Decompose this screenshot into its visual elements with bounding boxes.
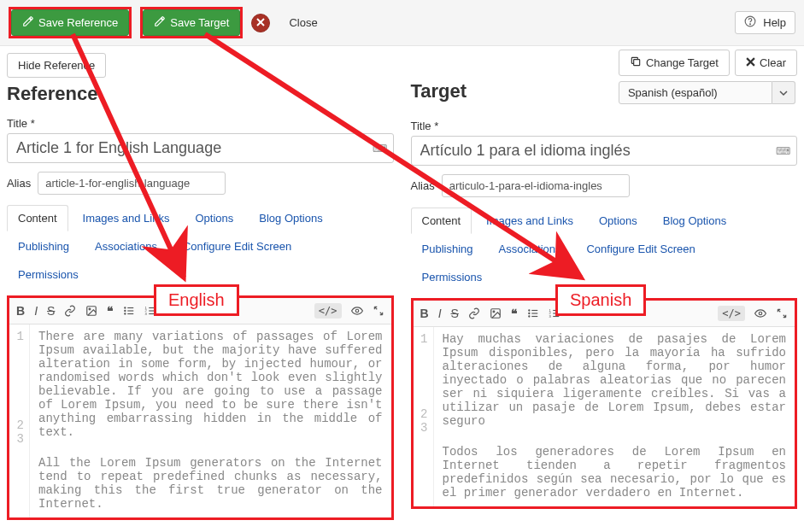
svg-text:3: 3 [549, 314, 551, 319]
target-alias-label: Alias [411, 179, 435, 192]
tab-blog-options[interactable]: Blog Options [652, 208, 737, 234]
editor-paragraph: Todos los generadores de Lorem Ipsum en … [443, 445, 787, 500]
ul-icon[interactable] [123, 305, 135, 317]
target-controls: Change Target Clear Spanish (español) [619, 50, 797, 104]
annotation-box-save-reference: Save Reference [9, 7, 132, 38]
tab-images-links[interactable]: Images and Links [72, 205, 181, 231]
svg-text:3: 3 [145, 312, 148, 316]
save-target-button[interactable]: Save Target [143, 9, 240, 36]
reference-title-input[interactable] [7, 133, 394, 163]
editor-toolbar: B I S ❝ 123 </> [414, 301, 795, 327]
code-view-icon[interactable]: </> [314, 303, 342, 319]
fullscreen-icon[interactable] [373, 305, 384, 317]
reference-heading: Reference [7, 83, 394, 105]
pencil-square-icon [154, 15, 166, 30]
reference-editor: B I S ❝ 123 </> 1 2 3 The [7, 295, 394, 520]
svg-point-3 [750, 24, 751, 25]
tab-images-links[interactable]: Images and Links [475, 208, 584, 234]
fullscreen-icon[interactable] [776, 307, 788, 319]
strike-icon[interactable]: S [47, 304, 55, 318]
top-toolbar: Save Reference Save Target Close Help [0, 0, 804, 46]
quote-icon[interactable]: ❝ [107, 304, 114, 318]
line-gutter: 1 2 3 [414, 327, 434, 506]
help-icon [744, 15, 756, 30]
ol-icon[interactable]: 123 [144, 305, 156, 317]
close-icon [256, 16, 265, 29]
image-icon[interactable] [490, 307, 502, 319]
target-language-value: Spanish (español) [619, 81, 772, 104]
clear-label: Clear [760, 56, 786, 69]
tab-blog-options[interactable]: Blog Options [248, 205, 333, 231]
copy-icon [630, 56, 642, 70]
tab-configure-edit[interactable]: Configure Edit Screen [575, 236, 706, 262]
bold-icon[interactable]: B [420, 307, 429, 320]
tab-content[interactable]: Content [7, 205, 68, 231]
keyboard-icon: ⌨ [373, 143, 387, 155]
save-reference-button[interactable]: Save Reference [11, 9, 129, 36]
tab-publishing[interactable]: Publishing [411, 236, 484, 262]
close-icon-button[interactable] [251, 14, 270, 32]
target-title-label: Title * [411, 120, 798, 132]
editor-paragraph: All the Lorem Ipsum generators on the In… [38, 456, 383, 511]
change-target-label: Change Target [646, 56, 719, 69]
editor-paragraph: Hay muchas variaciones de pasajes de Lor… [443, 332, 787, 428]
italic-icon[interactable]: I [34, 304, 38, 318]
close-label: Close [289, 16, 317, 29]
reference-tabs: Content Images and Links Options Blog Op… [7, 205, 394, 289]
tab-publishing[interactable]: Publishing [7, 233, 80, 260]
bold-icon[interactable]: B [16, 304, 25, 318]
target-title-input[interactable] [411, 136, 798, 166]
reference-alias-input[interactable] [38, 172, 226, 195]
code-view-icon[interactable]: </> [718, 306, 745, 321]
ul-icon[interactable] [527, 307, 539, 319]
link-icon[interactable] [468, 307, 480, 319]
tab-configure-edit[interactable]: Configure Edit Screen [172, 233, 302, 260]
editor-body[interactable]: 1 2 3 There are many variations of passa… [9, 324, 391, 517]
svg-point-5 [89, 308, 91, 310]
target-column: Target Change Target Clear Spanish (espa… [411, 53, 798, 520]
target-language-select[interactable]: Spanish (español) [619, 81, 797, 104]
tab-permissions[interactable]: Permissions [411, 264, 494, 290]
svg-rect-19 [634, 60, 640, 66]
line-gutter: 1 2 3 [9, 324, 30, 517]
svg-point-26 [529, 313, 530, 313]
strike-icon[interactable]: S [451, 307, 459, 320]
reference-column: Hide Reference Reference Title * ⌨ Alias… [7, 53, 394, 520]
target-alias-input[interactable] [442, 174, 630, 197]
svg-point-28 [529, 316, 530, 317]
main-area: Hide Reference Reference Title * ⌨ Alias… [0, 46, 804, 530]
change-target-button[interactable]: Change Target [619, 50, 730, 76]
italic-icon[interactable]: I [438, 307, 442, 320]
tab-permissions[interactable]: Permissions [7, 261, 90, 288]
save-target-label: Save Target [170, 16, 229, 29]
chevron-down-icon[interactable] [772, 81, 795, 104]
close-button[interactable]: Close [279, 11, 327, 34]
svg-point-36 [759, 312, 762, 315]
image-icon[interactable] [85, 305, 97, 317]
tab-options[interactable]: Options [184, 205, 244, 231]
target-editor: B I S ❝ 123 </> 1 2 3 Hay [411, 298, 798, 509]
tab-associations[interactable]: Associations [84, 233, 168, 260]
pencil-square-icon [22, 15, 34, 30]
save-reference-label: Save Reference [38, 16, 118, 29]
svg-point-6 [125, 307, 126, 308]
tab-options[interactable]: Options [588, 208, 648, 234]
tab-content[interactable]: Content [411, 208, 472, 234]
editor-text[interactable]: There are many variations of passages of… [30, 324, 391, 517]
editor-text[interactable]: Hay muchas variaciones de pasajes de Lor… [434, 327, 795, 506]
editor-body[interactable]: 1 2 3 Hay muchas variaciones de pasajes … [414, 327, 795, 506]
ol-icon[interactable]: 123 [549, 307, 560, 319]
keyboard-icon: ⌨ [776, 145, 790, 157]
preview-icon[interactable] [754, 307, 766, 319]
hide-reference-button[interactable]: Hide Reference [7, 53, 106, 78]
tab-associations[interactable]: Associations [488, 236, 572, 262]
svg-point-18 [355, 309, 359, 313]
clear-button[interactable]: Clear [735, 50, 797, 76]
close-icon [746, 56, 755, 69]
link-icon[interactable] [64, 305, 76, 317]
quote-icon[interactable]: ❝ [511, 307, 518, 320]
help-button[interactable]: Help [735, 11, 795, 34]
editor-paragraph: There are many variations of passages of… [38, 330, 383, 439]
preview-icon[interactable] [351, 305, 363, 317]
hide-reference-label: Hide Reference [18, 59, 95, 72]
